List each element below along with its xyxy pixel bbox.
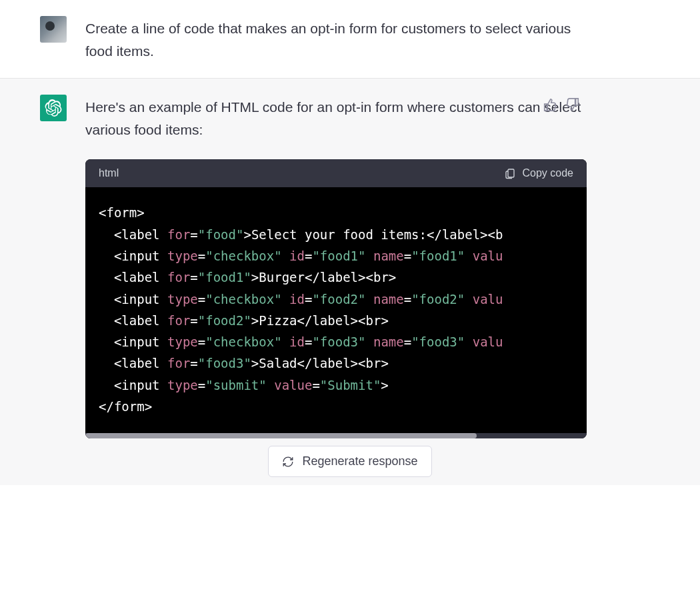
horizontal-scrollbar[interactable] — [85, 433, 587, 438]
code-header: html Copy code — [85, 159, 587, 187]
thumb-down-icon — [565, 97, 580, 112]
user-message-block: Create a line of code that makes an opt-… — [0, 0, 700, 79]
code-body[interactable]: <form> <label for="food">Select your foo… — [85, 187, 587, 433]
thumb-up-button[interactable] — [543, 97, 557, 115]
user-avatar — [40, 16, 67, 43]
code-language-label: html — [99, 167, 119, 179]
regenerate-icon — [282, 456, 294, 468]
feedback-buttons — [543, 97, 580, 115]
code-block: html Copy code <form> <label for="food">… — [85, 159, 587, 438]
regenerate-response-button[interactable]: Regenerate response — [268, 446, 431, 477]
assistant-message-text: Here's an example of HTML code for an op… — [85, 95, 587, 141]
thumb-up-icon — [543, 97, 557, 112]
thumb-down-button[interactable] — [565, 97, 580, 115]
openai-logo-icon — [45, 99, 62, 117]
code-content: <form> <label for="food">Select your foo… — [99, 202, 573, 417]
copy-code-button[interactable]: Copy code — [504, 167, 574, 179]
clipboard-icon — [504, 167, 516, 179]
user-message-text: Create a line of code that makes an opt-… — [85, 16, 587, 62]
svg-rect-0 — [508, 169, 514, 177]
copy-code-label: Copy code — [523, 167, 574, 179]
assistant-message-block: Here's an example of HTML code for an op… — [0, 79, 700, 485]
assistant-avatar — [40, 95, 67, 121]
regenerate-label: Regenerate response — [302, 454, 417, 468]
